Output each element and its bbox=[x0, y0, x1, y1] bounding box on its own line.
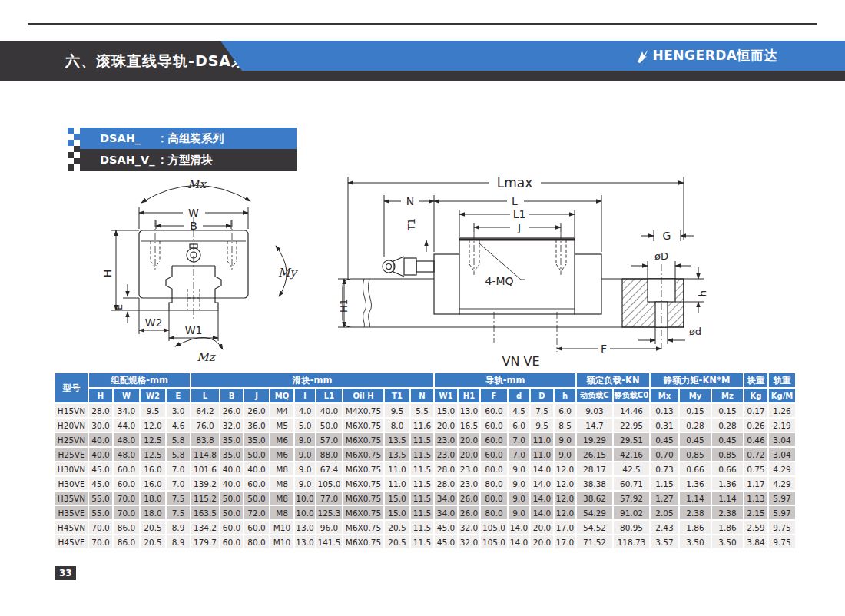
column-header: W2 bbox=[141, 389, 165, 402]
cell: 6.0 bbox=[509, 419, 529, 432]
cell: 70.0 bbox=[89, 535, 112, 548]
dim-label-t1: T1 bbox=[406, 218, 417, 231]
cell: 26.0 bbox=[220, 404, 243, 417]
cell: 11.5 bbox=[411, 521, 433, 534]
cell: 28.0 bbox=[435, 462, 457, 475]
cell: 48.0 bbox=[114, 433, 139, 446]
cell: 17.0 bbox=[555, 535, 575, 548]
checker-decoration-icon bbox=[68, 128, 80, 171]
cell: 45.0 bbox=[435, 521, 457, 534]
cell: 11.5 bbox=[411, 535, 433, 548]
cell: 14.7 bbox=[577, 419, 612, 432]
cell: 125.3 bbox=[316, 506, 342, 519]
cell: 0.17 bbox=[744, 404, 767, 417]
top-rule bbox=[28, 23, 817, 25]
cell: 8.0 bbox=[385, 419, 409, 432]
cell-model: H45VE bbox=[55, 535, 88, 548]
column-header: MQ bbox=[270, 389, 293, 402]
cell: 7.0 bbox=[509, 433, 529, 446]
cell: 0.73 bbox=[651, 462, 678, 475]
cell: 36.0 bbox=[244, 419, 269, 432]
cell: 55.0 bbox=[89, 492, 112, 505]
cell: 42.16 bbox=[614, 448, 649, 461]
dim-label-lmax: Lmax bbox=[497, 175, 533, 190]
dim-label-mq: 4-MQ bbox=[485, 275, 513, 287]
cell: 40.0 bbox=[89, 433, 112, 446]
cell: 7.5 bbox=[167, 506, 190, 519]
cell: 2.19 bbox=[769, 419, 795, 432]
cell-model: H15VN bbox=[55, 404, 88, 417]
cell: 83.8 bbox=[191, 433, 219, 446]
column-header: Kg bbox=[744, 389, 767, 402]
cell: 2.05 bbox=[651, 506, 678, 519]
cell: 5.8 bbox=[167, 433, 190, 446]
cell: 77.0 bbox=[316, 492, 342, 505]
cell: M6X0.75 bbox=[343, 433, 383, 446]
cell: 54.29 bbox=[577, 506, 612, 519]
cell: 10.0 bbox=[295, 492, 315, 505]
cell: M6X0.75 bbox=[343, 419, 383, 432]
cell: 20.0 bbox=[531, 521, 553, 534]
cell: 35.0 bbox=[220, 433, 243, 446]
column-header: D bbox=[531, 389, 553, 402]
header-blue-stripe: HENGERDA恒而达 bbox=[220, 41, 845, 71]
cell: 60.0 bbox=[114, 462, 139, 475]
series-code: DSAH_V_ bbox=[100, 154, 157, 166]
cell: 9.0 bbox=[509, 492, 529, 505]
cell: 38.38 bbox=[577, 477, 612, 490]
cell: 2.38 bbox=[712, 506, 743, 519]
cell: 0.13 bbox=[651, 404, 678, 417]
cell: 50.0 bbox=[244, 492, 269, 505]
cell: 70.0 bbox=[114, 492, 139, 505]
column-header: N bbox=[411, 389, 433, 402]
cell: 1.86 bbox=[712, 521, 743, 534]
dim-label-j: J bbox=[517, 221, 521, 233]
cell: 1.15 bbox=[651, 477, 678, 490]
cell: 0.46 bbox=[744, 433, 767, 446]
cell: 11.0 bbox=[385, 462, 409, 475]
cell: 40.0 bbox=[316, 404, 342, 417]
column-header: Mx bbox=[651, 389, 678, 402]
column-header: l bbox=[295, 389, 315, 402]
cell: 9.0 bbox=[509, 506, 529, 519]
cell: 7.0 bbox=[167, 462, 190, 475]
cell: 60.0 bbox=[481, 433, 507, 446]
cell: 44.0 bbox=[114, 419, 139, 432]
cell: 9.0 bbox=[555, 433, 575, 446]
cell: 141.5 bbox=[316, 535, 342, 548]
dim-label-n: N bbox=[406, 195, 414, 207]
cell: 4.29 bbox=[769, 462, 795, 475]
cell: 11.5 bbox=[411, 462, 433, 475]
cell: 9.75 bbox=[769, 521, 795, 534]
cell: 5.0 bbox=[295, 419, 315, 432]
column-header: Mz bbox=[712, 389, 743, 402]
table-row: H25VN40.048.012.55.883.835.035.0M69.057.… bbox=[55, 433, 795, 446]
cell: 80.0 bbox=[481, 462, 507, 475]
cell: 5.97 bbox=[769, 506, 795, 519]
cell: 32.0 bbox=[459, 535, 479, 548]
brand-logo-icon bbox=[635, 48, 651, 64]
column-header: F bbox=[481, 389, 507, 402]
cell: 11.5 bbox=[411, 448, 433, 461]
cell: 1.26 bbox=[769, 404, 795, 417]
cell: M8 bbox=[270, 492, 293, 505]
cell: 18.0 bbox=[141, 506, 165, 519]
cell: 15.0 bbox=[435, 404, 457, 417]
cell: 5.97 bbox=[769, 492, 795, 505]
spec-table: 型号组配规格-mm滑块-mm导轨-mm额定负载-KN静额力矩-KN*M块重轨重H… bbox=[54, 372, 797, 550]
cell: 28.0 bbox=[435, 477, 457, 490]
cell-model: H25VN bbox=[55, 433, 88, 446]
cell: 20.0 bbox=[459, 433, 479, 446]
cell: 0.31 bbox=[651, 419, 678, 432]
cell: M6 bbox=[270, 448, 293, 461]
table-row: H45VN70.086.020.58.9134.260.060.0M1013.0… bbox=[55, 521, 795, 534]
cell: 42.5 bbox=[614, 462, 649, 475]
cell: 3.50 bbox=[680, 535, 711, 548]
cell: 40.0 bbox=[89, 448, 112, 461]
cell: 2.38 bbox=[680, 506, 711, 519]
cell: 80.0 bbox=[481, 506, 507, 519]
cell: 15.0 bbox=[385, 506, 409, 519]
cell: 163.5 bbox=[191, 506, 219, 519]
cell: 16.0 bbox=[141, 477, 165, 490]
cell: 26.0 bbox=[244, 404, 269, 417]
